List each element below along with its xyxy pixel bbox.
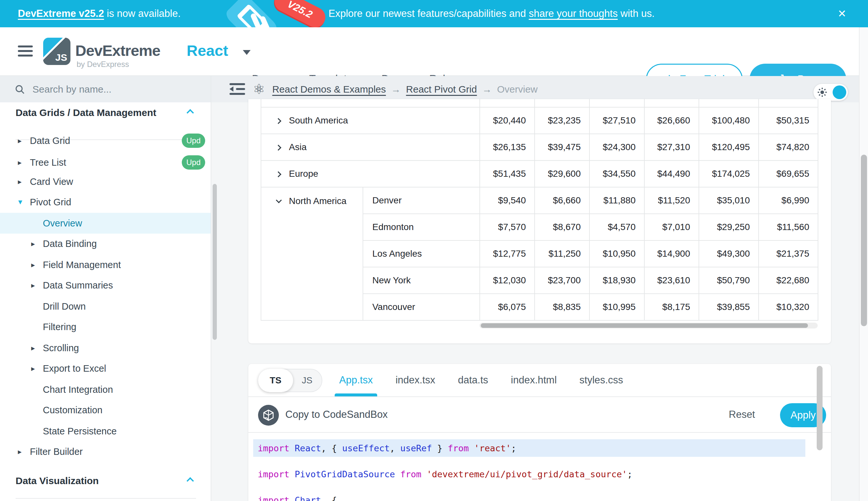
pivot-value-cell[interactable]: $7,010 xyxy=(644,214,699,241)
sidebar-section-data-grids-data-management[interactable]: Data Grids / Data Management xyxy=(15,102,156,123)
pivot-value-cell[interactable]: $6,075 xyxy=(480,294,535,320)
sidebar-item-card-view[interactable]: ▸Card View xyxy=(0,171,211,192)
pivot-value-cell[interactable]: $23,700 xyxy=(535,267,590,294)
pivot-city-cell[interactable]: New York xyxy=(363,267,480,294)
copy-to-codesandbox-label[interactable]: Copy to CodeSandBox xyxy=(285,398,387,431)
pivot-value-cell[interactable]: $10,995 xyxy=(590,294,644,320)
pivot-horizontal-scrollbar[interactable] xyxy=(480,323,818,329)
sidebar-scrollbar[interactable] xyxy=(213,184,217,340)
pivot-value-cell[interactable]: $12,775 xyxy=(480,241,535,267)
expand-arrow-icon[interactable]: ▸ xyxy=(31,281,35,290)
sidebar-item-drill-down[interactable]: Drill Down xyxy=(0,296,211,317)
sidebar-item-customization[interactable]: Customization xyxy=(0,399,211,420)
file-tab-index-tsx[interactable]: index.tsx xyxy=(395,364,435,396)
pivot-region-cell-collapsed[interactable]: Europe xyxy=(261,160,480,187)
platform-caret-icon[interactable] xyxy=(243,50,251,55)
expand-arrow-icon[interactable]: ▸ xyxy=(18,158,22,167)
sidebar-section-data-visualization[interactable]: Data Visualization xyxy=(15,470,99,491)
sidebar-item-overview[interactable]: Overview xyxy=(0,213,211,234)
theme-toggle-knob[interactable] xyxy=(833,85,846,99)
sidebar-item-pivot-grid[interactable]: ▼Pivot Grid xyxy=(0,192,211,213)
file-tab-index-html[interactable]: index.html xyxy=(511,364,557,396)
platform-selector[interactable]: React xyxy=(187,42,228,60)
language-toggle[interactable]: TS JS xyxy=(258,369,322,392)
codesandbox-icon[interactable] xyxy=(258,405,279,426)
pivot-value-cell[interactable]: $35,010 xyxy=(699,187,759,214)
code-editor[interactable]: import React, { useEffect, useRef } from… xyxy=(248,434,831,501)
pivot-value-cell[interactable]: $23,610 xyxy=(644,267,699,294)
pivot-value-cell[interactable]: $11,250 xyxy=(535,241,590,267)
reset-button[interactable]: Reset xyxy=(729,398,755,431)
sidebar-search[interactable] xyxy=(0,76,211,102)
sidebar-item-field-management[interactable]: ▸Field Management xyxy=(0,254,211,275)
pivot-value-cell[interactable]: $69,655 xyxy=(759,160,818,187)
banner-close-icon[interactable]: ✕ xyxy=(836,7,848,20)
file-tab-styles-css[interactable]: styles.css xyxy=(580,364,623,396)
pivot-value-cell[interactable]: $4,570 xyxy=(590,214,644,241)
chevron-down-icon[interactable] xyxy=(276,197,282,203)
pivot-value-cell[interactable]: $29,600 xyxy=(535,160,590,187)
collapse-arrow-icon[interactable]: ▼ xyxy=(17,198,24,206)
sidebar-item-state-persistence[interactable]: State Persistence xyxy=(0,421,211,441)
code-scrollbar-thumb[interactable] xyxy=(817,366,823,450)
page-scrollbar-thumb[interactable] xyxy=(861,154,867,326)
pivot-value-cell[interactable]: $8,835 xyxy=(535,294,590,320)
chevron-up-icon[interactable] xyxy=(187,477,194,485)
pivot-region-cell-collapsed[interactable]: Asia xyxy=(261,134,480,160)
pivot-value-cell[interactable]: $34,550 xyxy=(590,160,644,187)
sidebar-collapse-icon[interactable] xyxy=(230,83,245,96)
pivot-value-cell[interactable]: $49,300 xyxy=(699,241,759,267)
sidebar-item-scrolling[interactable]: ▸Scrolling xyxy=(0,338,211,358)
chevron-up-icon[interactable] xyxy=(187,109,194,117)
file-tab-data-ts[interactable]: data.ts xyxy=(458,364,488,396)
pivot-value-cell[interactable]: $27,310 xyxy=(644,134,699,160)
expand-arrow-icon[interactable]: ▸ xyxy=(18,447,22,456)
pivot-value-cell[interactable]: $18,930 xyxy=(590,267,644,294)
pivot-value-cell[interactable]: $8,175 xyxy=(644,294,699,320)
code-line[interactable]: import PivotGridDataSource from 'devextr… xyxy=(253,465,805,483)
breadcrumb-link-pivot-grid[interactable]: React Pivot Grid xyxy=(406,84,477,95)
pivot-value-cell[interactable]: $51,435 xyxy=(480,160,535,187)
pivot-value-cell[interactable]: $21,375 xyxy=(759,241,818,267)
pivot-value-cell[interactable]: $74,820 xyxy=(759,134,818,160)
pivot-value-cell[interactable]: $11,520 xyxy=(644,187,699,214)
pivot-value-cell[interactable]: $26,135 xyxy=(480,134,535,160)
sidebar-item-filtering[interactable]: Filtering xyxy=(0,317,211,337)
pivot-value-cell[interactable]: $174,025 xyxy=(699,160,759,187)
devextreme-js-logo[interactable]: JS xyxy=(43,38,70,65)
expand-arrow-icon[interactable]: ▸ xyxy=(18,178,22,186)
pivot-value-cell[interactable]: $20,440 xyxy=(480,107,535,134)
chevron-right-icon[interactable] xyxy=(275,171,281,177)
expand-arrow-icon[interactable]: ▸ xyxy=(31,364,35,373)
brand-name[interactable]: DevExtreme xyxy=(75,42,160,60)
pivot-city-cell[interactable]: Vancouver xyxy=(363,294,480,320)
pivot-value-cell[interactable]: $100,480 xyxy=(699,107,759,134)
pivot-value-cell[interactable]: $6,660 xyxy=(535,187,590,214)
expand-arrow-icon[interactable]: ▸ xyxy=(31,260,35,269)
pivot-value-cell[interactable]: $44,490 xyxy=(644,160,699,187)
pivot-value-cell[interactable]: $29,250 xyxy=(699,214,759,241)
pivot-value-cell[interactable]: $11,560 xyxy=(759,214,818,241)
sidebar-item-data-summaries[interactable]: ▸Data Summaries xyxy=(0,275,211,296)
sidebar-item-export-to-excel[interactable]: ▸Export to Excel xyxy=(0,358,211,379)
pivot-region-cell-collapsed[interactable]: South America xyxy=(261,107,480,134)
expand-arrow-icon[interactable]: ▸ xyxy=(31,344,35,352)
pivot-value-cell[interactable]: $26,660 xyxy=(644,107,699,134)
pivot-value-cell[interactable]: $6,990 xyxy=(759,187,818,214)
expand-arrow-icon[interactable]: ▸ xyxy=(18,137,22,145)
pivot-value-cell[interactable]: $23,235 xyxy=(535,107,590,134)
pivot-value-cell[interactable]: $7,570 xyxy=(480,214,535,241)
page-scrollbar[interactable] xyxy=(859,27,868,501)
theme-toggle[interactable] xyxy=(813,84,848,101)
pivot-value-cell[interactable]: $8,670 xyxy=(535,214,590,241)
pivot-region-cell-expanded[interactable]: North America xyxy=(261,187,363,320)
banner-version-link[interactable]: DevExtreme v25.2 xyxy=(18,8,104,19)
pivot-value-cell[interactable]: $24,300 xyxy=(590,134,644,160)
code-line[interactable]: import React, { useEffect, useRef } from… xyxy=(253,439,805,457)
pivot-value-cell[interactable]: $11,880 xyxy=(590,187,644,214)
search-input[interactable] xyxy=(32,84,175,95)
sidebar-item-filter-builder[interactable]: ▸Filter Builder xyxy=(0,441,211,462)
pivot-value-cell[interactable]: $22,680 xyxy=(759,267,818,294)
pivot-value-cell[interactable]: $9,540 xyxy=(480,187,535,214)
language-toggle-ts[interactable]: TS xyxy=(258,369,293,392)
